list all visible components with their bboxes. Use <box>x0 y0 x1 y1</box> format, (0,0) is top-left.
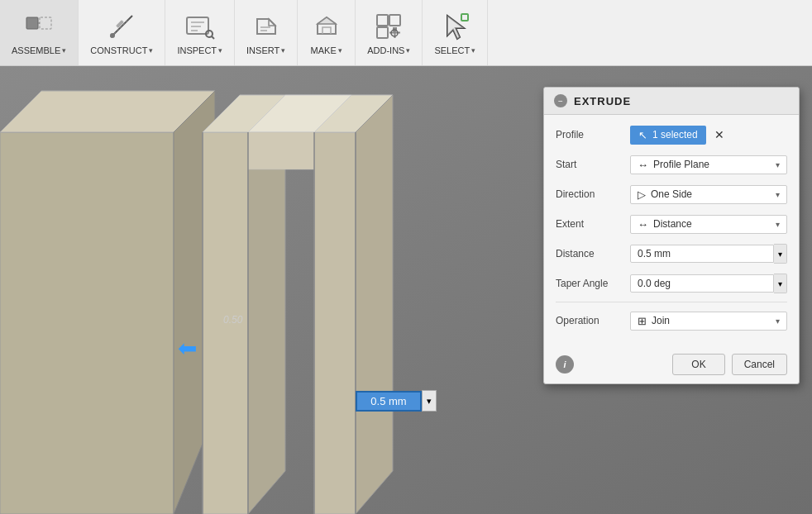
svg-marker-13 <box>257 19 275 34</box>
extent-row: Extent ↔ Distance ▾ <box>556 212 787 236</box>
distance-icon: ↔ <box>638 218 648 231</box>
addins-chevron: ▾ <box>406 46 410 55</box>
profile-label: Profile <box>556 129 630 140</box>
ok-button[interactable]: OK <box>672 354 724 375</box>
toolbar-item-addins[interactable]: ADD-INS ▾ <box>356 0 423 65</box>
extrude-footer: i OK Cancel <box>544 347 799 383</box>
select-label: SELECT ▾ <box>434 45 475 55</box>
extent-dropdown[interactable]: ↔ Distance ▾ <box>630 215 787 234</box>
toolbar-item-inspect[interactable]: INSPECT ▾ <box>165 0 235 65</box>
distance-input-dropdown[interactable]: ▾ <box>774 244 787 264</box>
assemble-label: ASSEMBLE ▾ <box>12 45 66 55</box>
profile-row: Profile ↖ 1 selected ✕ <box>556 123 787 146</box>
construct-icon <box>105 10 138 43</box>
svg-rect-4 <box>116 20 124 28</box>
profile-selected-button[interactable]: ↖ 1 selected <box>630 126 706 145</box>
toolbar-item-select[interactable]: SELECT ▾ <box>423 0 488 65</box>
extent-control[interactable]: ↔ Distance ▾ <box>630 215 787 234</box>
distance-control[interactable]: ▾ <box>630 244 787 264</box>
assemble-icon <box>22 10 55 43</box>
svg-marker-30 <box>0 132 174 514</box>
operation-row: Operation ⊞ Join ▾ <box>556 309 787 332</box>
operation-value: Join <box>652 315 670 326</box>
insert-label: INSERT ▾ <box>246 45 285 55</box>
start-value: Profile Plane <box>653 159 709 170</box>
make-label: MAKE ▾ <box>311 45 342 55</box>
extent-value: Distance <box>653 218 692 230</box>
assemble-chevron: ▾ <box>62 46 66 55</box>
extent-dropdown-arrow: ▾ <box>776 220 780 229</box>
svg-rect-28 <box>461 14 468 21</box>
taper-angle-label: Taper Angle <box>556 278 630 289</box>
start-dropdown[interactable]: ↔ Profile Plane ▾ <box>630 155 787 174</box>
svg-marker-17 <box>318 17 336 24</box>
svg-marker-36 <box>314 132 356 514</box>
extrude-collapse-icon[interactable]: − <box>554 94 567 107</box>
start-row: Start ↔ Profile Plane ▾ <box>556 153 787 176</box>
operation-dropdown[interactable]: ⊞ Join ▾ <box>630 312 787 331</box>
direction-value: One Side <box>651 188 692 200</box>
addins-icon <box>372 10 405 43</box>
svg-marker-14 <box>269 19 275 26</box>
svg-rect-7 <box>187 17 208 34</box>
svg-marker-40 <box>248 132 314 169</box>
toolbar: ASSEMBLE ▾ CONSTRUCT ▾ <box>0 0 812 66</box>
direction-row: Direction ▷ One Side ▾ <box>556 183 787 206</box>
taper-angle-control[interactable]: ▾ <box>630 274 787 293</box>
operation-control[interactable]: ⊞ Join ▾ <box>630 312 787 331</box>
direction-control[interactable]: ▷ One Side ▾ <box>630 185 787 204</box>
profile-selected-text: 1 selected <box>652 129 698 140</box>
direction-label: Direction <box>556 188 630 200</box>
insert-chevron: ▾ <box>281 46 285 55</box>
operation-label: Operation <box>556 315 630 326</box>
extent-label: Extent <box>556 218 630 230</box>
svg-rect-20 <box>377 27 388 38</box>
profile-plane-icon: ↔ <box>638 159 648 171</box>
panel-divider <box>556 302 787 302</box>
select-icon <box>438 10 471 43</box>
distance-label: Distance <box>556 248 630 259</box>
inspect-label: INSPECT ▾ <box>177 45 222 55</box>
svg-line-12 <box>212 36 214 39</box>
start-dropdown-arrow: ▾ <box>776 160 780 169</box>
svg-rect-18 <box>377 15 388 26</box>
distance-input[interactable] <box>630 245 774 263</box>
construct-label: CONSTRUCT ▾ <box>90 45 153 55</box>
extrude-body: Profile ↖ 1 selected ✕ Start ↔ Profile P… <box>544 115 799 347</box>
taper-input-control[interactable]: ▾ <box>630 274 787 293</box>
toolbar-item-construct[interactable]: CONSTRUCT ▾ <box>79 0 165 65</box>
taper-input-dropdown[interactable]: ▾ <box>774 274 787 293</box>
taper-angle-input[interactable] <box>630 274 774 293</box>
make-chevron: ▾ <box>338 46 342 55</box>
viewport-input-dropdown[interactable]: ▾ <box>422 390 437 412</box>
svg-marker-33 <box>203 132 248 514</box>
distance-input-control[interactable]: ▾ <box>630 244 787 264</box>
join-icon: ⊞ <box>638 315 647 327</box>
addins-label: ADD-INS ▾ <box>367 45 410 55</box>
select-chevron: ▾ <box>471 46 475 55</box>
one-side-icon: ▷ <box>638 188 646 201</box>
direction-dropdown[interactable]: ▷ One Side ▾ <box>630 185 787 204</box>
info-button[interactable]: i <box>556 355 574 374</box>
viewport-distance-input[interactable] <box>356 391 422 412</box>
svg-rect-0 <box>26 17 38 29</box>
distance-row: Distance ▾ <box>556 242 787 265</box>
toolbar-item-make[interactable]: MAKE ▾ <box>298 0 356 65</box>
taper-angle-row: Taper Angle ▾ <box>556 272 787 295</box>
cancel-button[interactable]: Cancel <box>732 354 787 375</box>
toolbar-item-insert[interactable]: INSERT ▾ <box>235 0 298 65</box>
direction-dropdown-arrow: ▾ <box>776 190 780 199</box>
profile-clear-button[interactable]: ✕ <box>709 126 729 143</box>
start-label: Start <box>556 159 630 170</box>
extrude-title: EXTRUDE <box>574 95 631 107</box>
inspect-chevron: ▾ <box>218 46 222 55</box>
toolbar-item-assemble[interactable]: ASSEMBLE ▾ <box>0 0 79 65</box>
viewport-input-container[interactable]: ▾ <box>356 390 437 412</box>
extrude-panel: − EXTRUDE Profile ↖ 1 selected ✕ Start ↔… <box>543 87 800 384</box>
operation-dropdown-arrow: ▾ <box>776 316 780 326</box>
extrude-header: − EXTRUDE <box>544 88 799 115</box>
start-control[interactable]: ↔ Profile Plane ▾ <box>630 155 787 174</box>
svg-marker-38 <box>356 95 393 514</box>
svg-rect-1 <box>40 17 51 29</box>
make-icon <box>310 10 343 43</box>
